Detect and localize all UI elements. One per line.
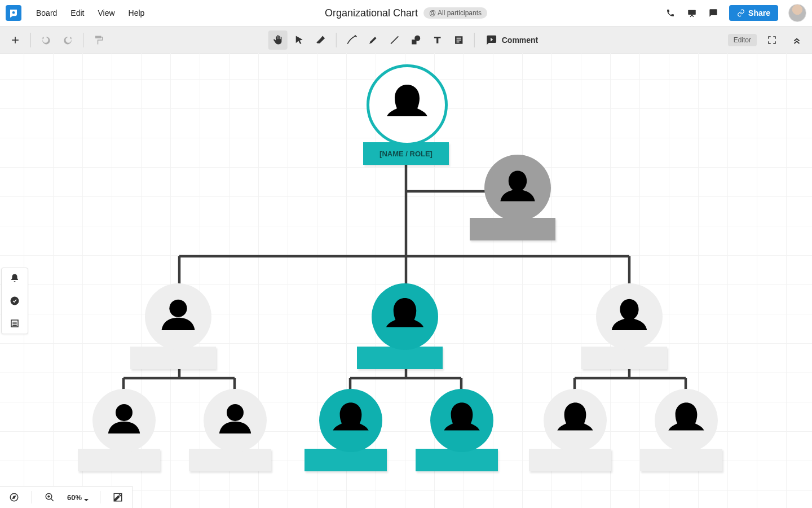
pan-tool[interactable] [268,30,288,50]
participants-pill[interactable]: @ All participants [423,7,487,19]
phone-icon[interactable] [665,7,676,19]
org-node-emp-3[interactable] [314,389,387,471]
toolbar-center: Comment [268,30,544,50]
notifications-icon[interactable] [9,273,20,284]
org-node-emp-5[interactable] [539,389,611,471]
org-node-manager-right[interactable] [591,283,667,369]
fullscreen-button[interactable] [762,30,782,50]
org-node-root[interactable]: [NAME / ROLE] [365,64,449,165]
bottombar-separator [100,491,100,503]
text-tool[interactable] [428,30,447,50]
undo-button[interactable] [37,30,56,50]
eraser-tool[interactable] [311,30,330,50]
menu-edit[interactable]: Edit [70,8,84,17]
select-tool[interactable] [290,30,309,50]
comment-tool-label: Comment [502,36,539,45]
org-node-manager-left[interactable] [140,283,216,369]
menu-help[interactable]: Help [129,8,145,17]
line-tool[interactable] [385,30,404,50]
zoom-level[interactable]: 60% [67,493,82,502]
org-node-manager-center[interactable] [367,283,443,369]
navigator-button[interactable] [5,488,24,507]
document-title-area: Organizational Chart @ All participants [325,7,487,19]
format-paint-button[interactable] [89,30,108,50]
present-icon[interactable] [686,7,698,19]
canvas[interactable]: [NAME / ROLE] [0,53,812,508]
redo-button[interactable] [58,30,77,50]
svg-line-31 [51,498,54,501]
menu-board[interactable]: Board [36,8,57,17]
side-panel [1,268,28,334]
menu-bar: Board Edit View Help Organizational Char… [0,0,812,27]
role-pill[interactable]: Editor [728,34,757,46]
org-node-emp-1[interactable] [87,389,160,471]
add-button[interactable] [6,30,25,50]
svg-point-4 [414,36,420,41]
marker-tool[interactable] [364,30,383,50]
bottombar-separator [32,491,32,503]
chat-icon[interactable] [708,7,719,19]
shape-tool[interactable] [407,30,426,50]
approve-icon[interactable] [9,295,20,306]
org-node-emp-2[interactable] [198,389,271,471]
note-tool[interactable] [449,30,469,50]
org-node-emp-4[interactable] [425,389,498,471]
edit-mode-button[interactable] [108,488,127,507]
svg-point-24 [11,297,19,305]
comment-tool[interactable]: Comment [480,30,544,50]
org-root-label: [NAME / ROLE] [379,150,433,158]
pen-tool[interactable] [342,30,361,50]
svg-line-2 [391,36,398,43]
menu-view[interactable]: View [98,8,114,17]
org-node-assistant[interactable] [479,155,555,240]
share-button-label: Share [748,8,770,17]
menubar-right: Share [665,4,806,22]
toolbar-separator [30,33,31,47]
svg-point-0 [12,11,15,14]
document-title[interactable]: Organizational Chart [325,7,418,19]
app-logo[interactable] [6,5,21,21]
zoom-in-button[interactable] [40,488,59,507]
toolbar-separator [474,33,475,47]
org-node-emp-6[interactable] [650,389,722,471]
share-button[interactable]: Share [729,5,778,21]
svg-rect-1 [688,10,696,15]
list-icon[interactable] [9,318,20,329]
toolbar-separator [336,33,337,47]
collapse-button[interactable] [787,30,806,50]
toolbar: Comment Editor [0,27,812,54]
user-avatar[interactable] [788,4,806,22]
toolbar-separator [83,33,83,47]
bottom-bar: 60% [0,486,133,508]
